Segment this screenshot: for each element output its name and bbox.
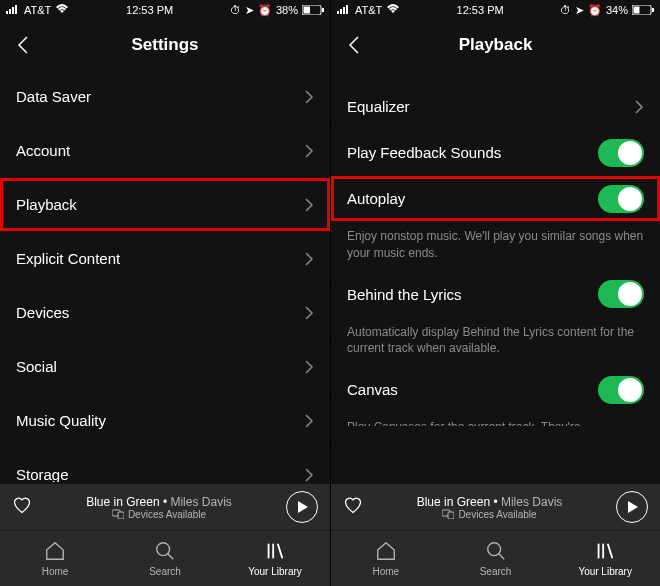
row-label: Storage [16, 466, 304, 483]
chevron-right-icon [304, 413, 314, 429]
now-playing-title: Blue in Green • Miles Davis [373, 495, 606, 509]
tab-icon [264, 540, 286, 564]
alarm-icon-2: ⏰ [258, 4, 272, 17]
play-button[interactable] [286, 491, 318, 523]
svg-point-9 [157, 543, 170, 556]
svg-line-10 [168, 554, 174, 560]
tab-icon [154, 540, 176, 564]
tab-label: Search [149, 566, 181, 577]
now-playing-bar[interactable]: Blue in Green • Miles Davis Devices Avai… [331, 484, 660, 530]
tab-home[interactable]: Home [331, 531, 441, 586]
chevron-right-icon [304, 89, 314, 105]
carrier-label: AT&T [355, 4, 382, 16]
signal-icon [337, 4, 351, 16]
tab-label: Search [480, 566, 512, 577]
back-button[interactable] [10, 32, 36, 58]
svg-rect-5 [303, 7, 310, 14]
devices-available[interactable]: Devices Available [42, 509, 276, 520]
svg-rect-19 [633, 7, 639, 14]
alarm-icon: ⏱ [230, 4, 241, 16]
time-label: 12:53 PM [457, 4, 504, 16]
settings-row-storage[interactable]: Storage [0, 448, 330, 484]
svg-rect-20 [652, 8, 654, 12]
row-label: Account [16, 142, 304, 159]
play-button[interactable] [616, 491, 648, 523]
svg-rect-15 [340, 9, 342, 14]
wifi-icon [386, 4, 400, 16]
battery-pct: 38% [276, 4, 298, 16]
row-description: Automatically display Behind the Lyrics … [331, 318, 660, 368]
tab-icon [44, 540, 66, 564]
svg-line-27 [608, 544, 613, 559]
settings-row-social[interactable]: Social [0, 340, 330, 394]
battery-pct: 34% [606, 4, 628, 16]
tab-your-library[interactable]: Your Library [220, 531, 330, 586]
row-label: Devices [16, 304, 304, 321]
wifi-icon [55, 4, 69, 16]
svg-rect-2 [12, 7, 14, 14]
svg-rect-6 [322, 8, 324, 12]
svg-rect-22 [448, 512, 454, 519]
alarm-icon: ⏱ [560, 4, 571, 16]
toggle-switch[interactable] [598, 139, 644, 167]
toggle-switch[interactable] [598, 280, 644, 308]
status-bar: AT&T 12:53 PM ⏱ ➤ ⏰ 38% [0, 0, 330, 20]
playback-row-behind-the-lyrics: Behind the Lyrics [331, 272, 660, 318]
row-label: Play Feedback Sounds [347, 144, 598, 161]
tab-icon [594, 540, 616, 564]
tab-your-library[interactable]: Your Library [550, 531, 660, 586]
playback-row-equalizer[interactable]: Equalizer [331, 84, 660, 130]
tab-home[interactable]: Home [0, 531, 110, 586]
now-playing-bar[interactable]: Blue in Green • Miles Davis Devices Avai… [0, 484, 330, 530]
heart-icon[interactable] [343, 495, 363, 519]
header: Playback [331, 20, 660, 70]
row-label: Explicit Content [16, 250, 304, 267]
tab-label: Home [372, 566, 399, 577]
status-bar: AT&T 12:53 PM ⏱ ➤ ⏰ 34% [331, 0, 660, 20]
tab-search[interactable]: Search [110, 531, 220, 586]
row-label: Canvas [347, 381, 598, 398]
svg-line-24 [498, 554, 504, 560]
tab-label: Your Library [578, 566, 632, 577]
row-description: Play Canvases for the current track. The… [331, 413, 660, 446]
toggle-switch[interactable] [598, 185, 644, 213]
tab-search[interactable]: Search [441, 531, 551, 586]
settings-row-data-saver[interactable]: Data Saver [0, 70, 330, 124]
signal-icon [6, 4, 20, 16]
svg-point-23 [487, 543, 500, 556]
toggle-switch[interactable] [598, 376, 644, 404]
playback-row-play-feedback-sounds: Play Feedback Sounds [331, 130, 660, 176]
battery-icon [302, 5, 324, 15]
chevron-right-icon [304, 305, 314, 321]
location-icon: ➤ [245, 4, 254, 17]
settings-row-devices[interactable]: Devices [0, 286, 330, 340]
row-label: Data Saver [16, 88, 304, 105]
settings-row-account[interactable]: Account [0, 124, 330, 178]
settings-row-playback[interactable]: Playback [0, 178, 330, 232]
tab-label: Your Library [248, 566, 302, 577]
svg-rect-8 [118, 512, 124, 519]
header: Settings [0, 20, 330, 70]
location-icon: ➤ [575, 4, 584, 17]
svg-rect-16 [343, 7, 345, 14]
tab-label: Home [42, 566, 69, 577]
now-playing-title: Blue in Green • Miles Davis [42, 495, 276, 509]
devices-available[interactable]: Devices Available [373, 509, 606, 520]
alarm-icon-2: ⏰ [588, 4, 602, 17]
svg-line-13 [278, 544, 283, 559]
chevron-right-icon [304, 359, 314, 375]
row-label: Autoplay [347, 190, 598, 207]
row-description: Enjoy nonstop music. We'll play you simi… [331, 222, 660, 272]
settings-row-explicit-content[interactable]: Explicit Content [0, 232, 330, 286]
svg-rect-14 [337, 11, 339, 14]
chevron-right-icon [634, 99, 644, 115]
svg-rect-3 [15, 5, 17, 14]
page-title: Playback [459, 35, 533, 55]
playback-row-autoplay: Autoplay [331, 176, 660, 222]
chevron-right-icon [304, 251, 314, 267]
settings-row-music-quality[interactable]: Music Quality [0, 394, 330, 448]
heart-icon[interactable] [12, 495, 32, 519]
back-button[interactable] [341, 32, 367, 58]
screen-settings: AT&T 12:53 PM ⏱ ➤ ⏰ 38% Settings Data Sa… [0, 0, 330, 586]
time-label: 12:53 PM [126, 4, 173, 16]
